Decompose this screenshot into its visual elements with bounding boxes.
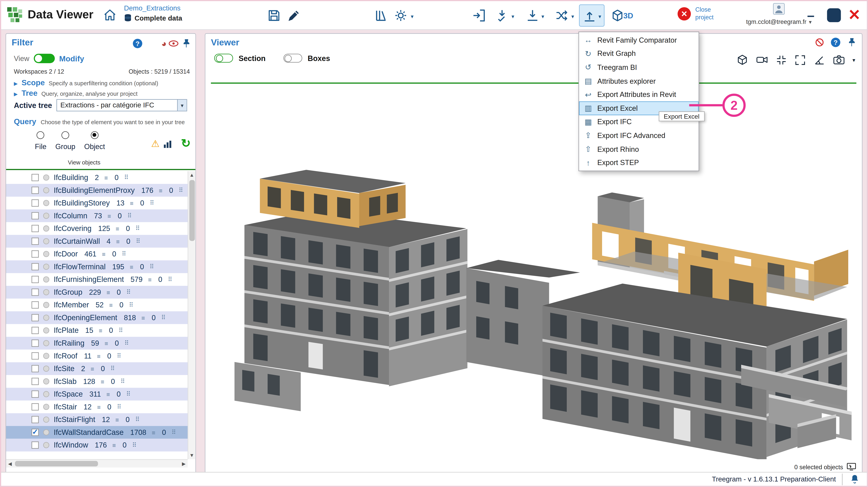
row-visibility-dot[interactable] (43, 315, 49, 321)
tree-row[interactable]: IfcColumn 73 ≡ 0 ⠿ (6, 209, 188, 222)
import-validate-caret[interactable]: ▾ (512, 13, 514, 19)
pin-icon[interactable] (847, 38, 856, 47)
row-checkbox[interactable] (32, 289, 39, 296)
list-icon[interactable]: ≡ (130, 200, 133, 206)
row-checkbox[interactable] (32, 416, 39, 423)
row-checkbox[interactable] (32, 225, 39, 232)
grid-icon[interactable]: ⠿ (124, 340, 129, 347)
row-checkbox[interactable] (32, 212, 39, 219)
grid-icon[interactable]: ⠿ (161, 314, 166, 321)
tree-row[interactable]: IfcBuilding 2 ≡ 0 ⠿ (6, 171, 188, 184)
close-project-button[interactable]: ✕ Closeproject (678, 6, 714, 21)
help-icon[interactable]: ? (133, 39, 142, 48)
grid-icon[interactable]: ⠿ (129, 302, 133, 309)
list-icon[interactable]: ≡ (102, 251, 105, 257)
list-icon[interactable]: ≡ (97, 352, 101, 359)
tree-row[interactable]: IfcFlowTerminal 195 ≡ 0 ⠿ (6, 260, 188, 273)
row-checkbox[interactable] (32, 187, 39, 194)
row-checkbox[interactable] (32, 441, 39, 449)
menu-item[interactable]: ⇪ Export IFC Advanced (579, 128, 699, 142)
row-checkbox[interactable] (32, 276, 39, 283)
horizontal-scrollbar[interactable]: ◄ ► (6, 459, 188, 467)
row-checkbox[interactable] (32, 238, 39, 245)
radio-circle[interactable] (37, 131, 44, 139)
row-checkbox[interactable] (32, 327, 39, 334)
render-settings-button[interactable] (394, 8, 408, 23)
grid-icon[interactable]: ⠿ (127, 212, 132, 219)
row-visibility-dot[interactable] (43, 174, 49, 181)
grid-icon[interactable]: ⠿ (135, 416, 140, 423)
tree-section[interactable]: ▶ Tree Query, organize, analyse your pro… (14, 89, 137, 97)
tree-row[interactable]: IfcPlate 15 ≡ 0 ⠿ (6, 324, 188, 337)
row-visibility-dot[interactable] (43, 238, 49, 245)
vertical-scrollbar[interactable]: ▲ ▼ (188, 171, 195, 459)
scope-expand-icon[interactable]: ▶ (14, 81, 18, 86)
video-camera-icon[interactable] (755, 54, 768, 66)
tree-row[interactable]: IfcSpace 311 ≡ 0 ⠿ (6, 388, 188, 401)
menu-item[interactable]: ↔ Revit Family Comparator (579, 33, 699, 47)
refresh-icon[interactable]: ↻ (181, 137, 191, 150)
scope-label[interactable]: Scope (22, 78, 45, 87)
list-icon[interactable]: ≡ (130, 263, 133, 270)
tree-row[interactable]: IfcSlab 128 ≡ 0 ⠿ (6, 375, 188, 388)
building-model[interactable] (209, 86, 859, 459)
menu-item[interactable]: ↩ Export Attributes in Revit (579, 88, 699, 101)
download-button[interactable] (525, 8, 540, 23)
scroll-left-arrow[interactable]: ◄ (6, 460, 14, 467)
3d-mode-label[interactable]: 3D (623, 11, 633, 20)
list-icon[interactable]: ≡ (116, 225, 119, 232)
list-icon[interactable]: ≡ (148, 276, 152, 283)
minimize-button[interactable]: – (807, 8, 814, 23)
camera-caret[interactable]: ▾ (852, 57, 855, 63)
export-upload-button[interactable] (582, 8, 597, 23)
save-button[interactable] (267, 8, 281, 23)
pie-chart-icon[interactable]: ◕ (161, 39, 167, 48)
tree-row[interactable]: IfcBuildingElementProxy 176 ≡ 0 ⠿ (6, 184, 188, 197)
tree-row[interactable]: IfcFurnishingElement 579 ≡ 0 ⠿ (6, 273, 188, 286)
row-visibility-dot[interactable] (43, 353, 49, 359)
row-checkbox[interactable] (32, 429, 39, 436)
tree-row[interactable]: IfcRoof 11 ≡ 0 ⠿ (6, 350, 188, 363)
section-toggle[interactable] (214, 54, 233, 63)
list-icon[interactable]: ≡ (106, 391, 110, 398)
menu-item[interactable]: ▤ Attributes explorer (579, 74, 699, 88)
grid-icon[interactable]: ⠿ (135, 225, 140, 232)
select-caret-icon[interactable]: ▾ (177, 100, 187, 111)
row-visibility-dot[interactable] (43, 225, 49, 232)
tree-expand-icon[interactable]: ▶ (14, 91, 18, 97)
tree-row[interactable]: IfcGroup 229 ≡ 0 ⠿ (6, 286, 188, 299)
tree-label[interactable]: Tree (22, 89, 37, 97)
list-icon[interactable]: ≡ (159, 187, 162, 194)
menu-item[interactable]: ↻ Revit Graph (579, 47, 699, 60)
view-modify-toggle[interactable] (34, 54, 55, 63)
grid-icon[interactable]: ⠿ (179, 187, 183, 194)
active-tree-select[interactable]: Extractions - par catégorie IFC ▾ (56, 99, 187, 111)
library-button[interactable] (374, 8, 389, 23)
grid-icon[interactable]: ⠿ (150, 199, 154, 206)
row-visibility-dot[interactable] (43, 429, 49, 435)
row-visibility-dot[interactable] (43, 404, 49, 410)
list-icon[interactable]: ≡ (106, 289, 110, 295)
row-checkbox[interactable] (32, 403, 39, 410)
scroll-down-arrow[interactable]: ▼ (188, 453, 195, 458)
grid-icon[interactable]: ⠿ (126, 289, 131, 296)
radio-option[interactable]: File (35, 131, 46, 151)
grid-icon[interactable]: ⠿ (172, 429, 176, 436)
row-visibility-dot[interactable] (43, 213, 49, 219)
transfer-button[interactable] (555, 8, 569, 23)
expand-icon[interactable] (795, 54, 806, 66)
list-icon[interactable]: ≡ (113, 442, 116, 449)
horizontal-scroll-thumb[interactable] (15, 461, 98, 466)
row-visibility-dot[interactable] (43, 276, 49, 283)
list-icon[interactable]: ≡ (104, 174, 108, 181)
scroll-up-arrow[interactable]: ▲ (188, 172, 195, 178)
close-project-icon[interactable]: ✕ (678, 7, 691, 20)
row-checkbox[interactable] (32, 302, 39, 309)
3d-viewport[interactable] (209, 86, 859, 459)
tree-row[interactable]: IfcBuildingStorey 13 ≡ 0 ⠿ (6, 197, 188, 209)
list-icon[interactable]: ≡ (91, 365, 94, 372)
row-checkbox[interactable] (32, 174, 39, 181)
clean-brush-button[interactable] (287, 8, 301, 23)
row-checkbox[interactable] (32, 378, 39, 385)
tree-row[interactable]: IfcWindow 176 ≡ 0 ⠿ (6, 439, 188, 452)
